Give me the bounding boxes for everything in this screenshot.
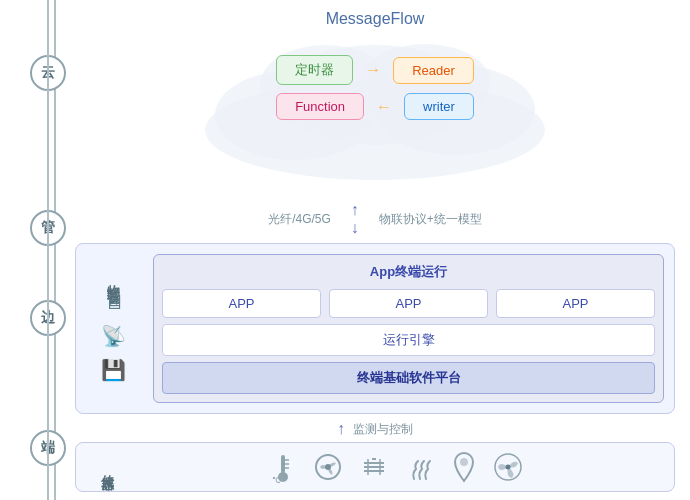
device-icons: 🖥 📡 💾: [101, 291, 126, 382]
cloud-row-1: 定时器 → Reader: [225, 55, 525, 85]
cloud-section: MessageFlow 定时器 → Reader Function ← writ…: [75, 10, 675, 195]
sensor-flow-icon: [360, 453, 388, 481]
device-icon-1: 🖥: [104, 291, 124, 314]
divider-right-text: 物联协议+统一模型: [379, 211, 482, 228]
app-row: APP APP APP: [162, 289, 655, 318]
cloud-title: MessageFlow: [326, 10, 425, 28]
app-runtime: App终端运行 APP APP APP 运行引擎 终端基础软件平台: [153, 254, 664, 403]
platform-box: 终端基础软件平台: [162, 362, 655, 394]
cloud-row-2: Function ← writer: [225, 93, 525, 120]
app-runtime-title: App终端运行: [162, 263, 655, 281]
sidebar-vertical-line: [47, 0, 49, 500]
function-box: Function: [276, 93, 364, 120]
reader-box: Reader: [393, 57, 474, 84]
cloud-inner: 定时器 → Reader Function ← writer: [225, 55, 525, 120]
svg-text:℃: ℃: [272, 476, 281, 483]
app-box-1: APP: [162, 289, 321, 318]
sensor-icons: ℃: [128, 451, 664, 483]
divider-1: 光纤/4G/5G ↑ ↓ 物联协议+统一模型: [75, 201, 675, 237]
divider-arrow: ↑ ↓: [351, 201, 359, 237]
iot-devices: 物联设备 🖥 📡 💾: [86, 275, 141, 382]
sensor-turbine-icon: [494, 453, 522, 481]
arrow-down-icon: ↓: [351, 219, 359, 237]
writer-box: writer: [404, 93, 474, 120]
edge-section: 物联设备 🖥 📡 💾 App终端运行 APP APP APP 运行引擎 终端基础…: [75, 243, 675, 414]
monitor-text: 监测与控制: [353, 421, 413, 438]
arrow-up-icon: ↑: [351, 201, 359, 219]
sensor-temperature-icon: ℃: [270, 451, 296, 483]
arrow-right-1: →: [365, 62, 381, 78]
svg-point-19: [506, 465, 511, 470]
main-content: MessageFlow 定时器 → Reader Function ← writ…: [75, 10, 675, 490]
sensor-label: 传感器: [86, 464, 116, 470]
device-icon-3: 💾: [101, 358, 126, 382]
end-section: 传感器 ℃: [75, 442, 675, 492]
svg-point-17: [460, 458, 468, 466]
svg-rect-6: [281, 455, 285, 473]
app-box-3: APP: [496, 289, 655, 318]
svg-point-13: [325, 464, 331, 470]
iot-label: 物联设备: [105, 275, 123, 283]
sensor-fan-icon: [314, 453, 342, 481]
arrow-right-2: ←: [376, 99, 392, 115]
divider-left-text: 光纤/4G/5G: [268, 211, 331, 228]
sensor-location-icon: [452, 451, 476, 483]
monitor-divider: ↑ 监测与控制: [75, 420, 675, 438]
device-icon-2: 📡: [101, 324, 126, 348]
engine-box: 运行引擎: [162, 324, 655, 356]
sensor-heat-icon: [406, 451, 434, 483]
monitor-arrow-icon: ↑: [337, 420, 345, 438]
app-box-2: APP: [329, 289, 488, 318]
timer-box: 定时器: [276, 55, 353, 85]
